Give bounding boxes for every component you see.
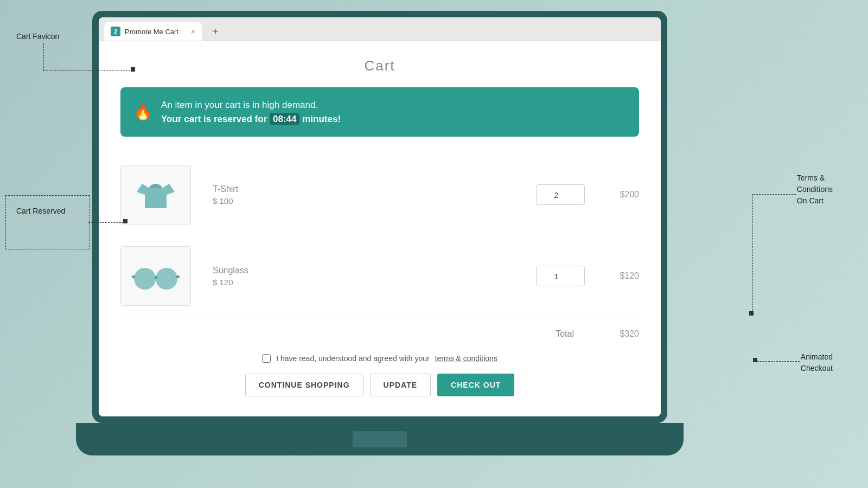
- sunglass-image: [120, 246, 191, 306]
- tshirt-quantity-input[interactable]: [536, 184, 585, 205]
- urgency-timer: 08:44: [270, 113, 299, 125]
- laptop-base: [76, 423, 684, 455]
- sunglass-price: $ 120: [213, 278, 514, 287]
- sunglass-svg: [131, 257, 180, 295]
- sunglass-quantity-input[interactable]: [536, 266, 585, 286]
- terms-link[interactable]: terms & conditions: [435, 354, 497, 363]
- sunglass-details: Sunglass $ 120: [213, 266, 514, 287]
- terms-row: I have read, understood and agreed with …: [120, 354, 639, 363]
- page-title: Cart: [120, 57, 639, 74]
- continue-shopping-button[interactable]: CONTINUE SHOPPING: [245, 374, 363, 396]
- new-tab-button[interactable]: +: [206, 22, 225, 41]
- terms-checkbox[interactable]: [262, 354, 271, 363]
- browser-tab-active[interactable]: 2 Promote Me Cart ×: [104, 22, 202, 41]
- cart-item-sunglass: Sunglass $ 120 $120: [120, 235, 639, 317]
- cart-divider: [120, 317, 639, 317]
- tab-favicon: 2: [111, 27, 120, 36]
- svg-rect-4: [132, 275, 135, 278]
- tab-title: Promote Me Cart: [125, 28, 178, 36]
- buttons-row: CONTINUE SHOPPING UPDATE CHECK OUT: [120, 374, 639, 396]
- laptop-screen: 2 Promote Me Cart × + Cart 🔥 An item in …: [99, 17, 661, 416]
- sunglass-name: Sunglass: [213, 266, 514, 275]
- annotation-cart-favicon: Cart Favicon: [16, 31, 59, 41]
- urgency-suffix: minutes!: [299, 114, 341, 124]
- fire-icon: 🔥: [133, 103, 152, 121]
- laptop-bezel: 2 Promote Me Cart × + Cart 🔥 An item in …: [92, 11, 667, 423]
- browser-content: Cart 🔥 An item in your cart is in high d…: [99, 41, 661, 416]
- urgency-line2: Your cart is reserved for 08:44 minutes!: [161, 112, 341, 126]
- tshirt-svg: [134, 173, 177, 216]
- total-label: Total: [556, 329, 574, 339]
- tshirt-details: T-Shirt $ 100: [213, 184, 514, 206]
- tab-close-button[interactable]: ×: [191, 27, 195, 36]
- update-button[interactable]: UPDATE: [370, 374, 431, 396]
- urgency-prefix: Your cart is reserved for: [161, 114, 270, 124]
- svg-point-1: [156, 268, 177, 290]
- terms-text: I have read, understood and agreed with …: [276, 354, 430, 363]
- tshirt-total: $200: [607, 190, 639, 200]
- cart-item-tshirt: T-Shirt $ 100 $200: [120, 154, 639, 235]
- svg-rect-2: [155, 276, 157, 279]
- svg-point-0: [134, 268, 156, 290]
- annotation-cart-reserved: Cart Reserved: [16, 206, 65, 216]
- tshirt-image: [120, 165, 191, 224]
- sunglass-total: $120: [607, 271, 639, 281]
- tshirt-price: $ 100: [213, 196, 514, 206]
- annotation-animated-checkout: Animated Checkout: [801, 351, 833, 374]
- urgency-line1: An item in your cart is in high demand.: [161, 98, 341, 112]
- cart-total-row: Total $320: [120, 324, 639, 348]
- svg-rect-5: [176, 275, 180, 278]
- urgency-text: An item in your cart is in high demand. …: [161, 98, 341, 126]
- browser-tab-bar: 2 Promote Me Cart × +: [99, 17, 661, 41]
- checkout-button[interactable]: CHECK OUT: [437, 374, 514, 396]
- laptop-touchpad: [353, 431, 407, 447]
- laptop-container: 2 Promote Me Cart × + Cart 🔥 An item in …: [92, 11, 694, 455]
- total-amount: $320: [607, 329, 639, 339]
- tshirt-name: T-Shirt: [213, 184, 514, 194]
- annotation-terms-conditions: Terms & Conditions On Cart: [797, 172, 833, 207]
- urgency-banner: 🔥 An item in your cart is in high demand…: [120, 87, 639, 137]
